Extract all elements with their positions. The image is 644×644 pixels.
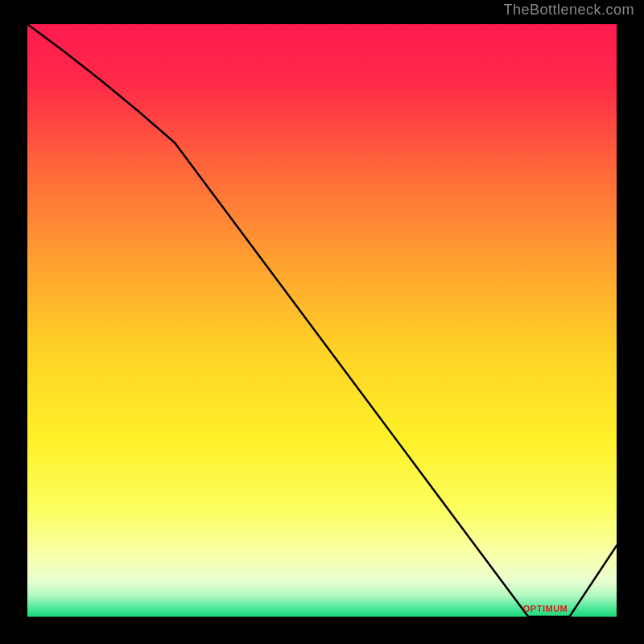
chart-curve <box>27 24 617 617</box>
chart-plot-area: OPTIMUM <box>27 24 617 617</box>
optimum-label: OPTIMUM <box>523 604 568 613</box>
attribution-text: TheBottleneck.com <box>503 2 634 19</box>
